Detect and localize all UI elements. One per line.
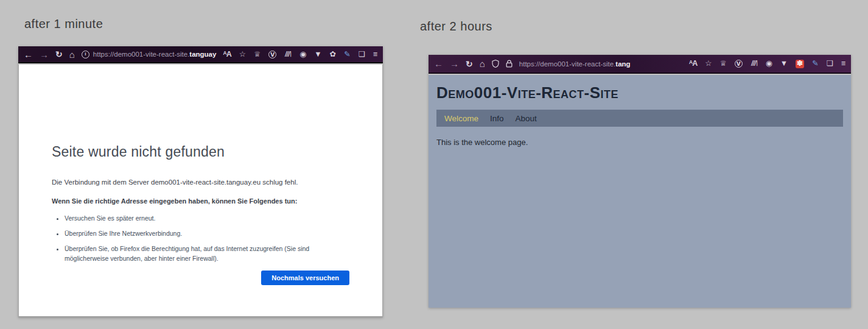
library-icon[interactable]: Ⅲ\ (284, 51, 292, 58)
nav-item-welcome[interactable]: Welcome (444, 114, 478, 123)
toolbar-actions: ᴬA ☆ ♕ v Ⅲ\ ◉ ▼ ✿ ✎ ❏ ≡ (223, 51, 377, 58)
retry-button[interactable]: Nochmals versuchen (261, 271, 349, 285)
site-body-text: This is the welcome page. (436, 138, 843, 147)
forward-button[interactable]: → (40, 50, 49, 59)
v-extension-icon[interactable]: ▼ (314, 51, 321, 58)
url-text: https://demo001-vite-react-site.tang (519, 60, 631, 68)
forward-button[interactable]: → (450, 59, 459, 68)
error-suggestion: Überprüfen Sie, ob Firefox die Berechtig… (65, 244, 326, 263)
error-suggestion: Überprüfen Sie Ihre Netzwerkverbindung. (65, 229, 326, 238)
error-page: Seite wurde nicht gefunden Die Verbindun… (18, 65, 383, 317)
reload-button[interactable]: ↻ (466, 60, 473, 68)
nav-item-info[interactable]: Info (490, 114, 504, 123)
save-page-icon[interactable]: ❏ (358, 51, 365, 58)
translate-icon[interactable]: ᴬA (689, 60, 697, 68)
red-extension-icon[interactable]: ✽ (796, 60, 804, 68)
error-message: Die Verbindung mit dem Server demo001-vi… (52, 179, 349, 186)
flower-extension-icon[interactable]: ✿ (330, 51, 336, 58)
translate-icon[interactable]: ᴬA (223, 51, 231, 58)
toolbar-actions: ᴬA ☆ ♕ v Ⅲ\ ◉ ▼ ✽ ✎ ❏ ≡ (689, 60, 845, 68)
site-page: Demo001-Vite-React-Site Welcome Info Abo… (429, 75, 851, 308)
lock-icon[interactable] (506, 60, 513, 68)
error-title: Seite wurde nicht gefunden (52, 144, 349, 160)
error-suggestions-list: Versuchen Sie es später erneut. Überprüf… (52, 214, 349, 263)
v-extension-icon[interactable]: ▼ (780, 60, 788, 68)
address-bar[interactable]: i https://demo001-vite-react-site.tangua… (82, 51, 217, 58)
error-subheading: Wenn Sie die richtige Adresse eingegeben… (52, 197, 349, 205)
pen-icon[interactable]: ✎ (344, 51, 350, 58)
library-icon[interactable]: Ⅲ\ (750, 60, 758, 68)
browser-toolbar: ← → ↻ ⌂ i https://demo001-vite-react-sit… (18, 46, 383, 63)
site-navbar: Welcome Info About (436, 110, 843, 127)
back-button[interactable]: ← (434, 59, 443, 68)
url-prefix: https://demo001-vite-react-site. (93, 51, 190, 58)
address-bar[interactable]: https://demo001-vite-react-site.tang (519, 60, 682, 68)
menu-icon[interactable]: ≡ (841, 60, 845, 68)
right-annotation-label: after 2 hours (420, 19, 492, 34)
account-icon[interactable]: ◉ (299, 51, 306, 58)
pocket-icon[interactable]: v (268, 51, 276, 58)
bookmark-star-icon[interactable]: ☆ (705, 60, 712, 68)
left-annotation-label: after 1 minute (24, 17, 103, 31)
reload-button[interactable]: ↻ (55, 50, 63, 58)
home-button[interactable]: ⌂ (480, 59, 485, 68)
url-text: https://demo001-vite-react-site.tanguay.… (93, 51, 217, 58)
account-icon[interactable]: ◉ (766, 60, 772, 68)
site-title: Demo001-Vite-React-Site (436, 83, 843, 102)
pocket-icon[interactable]: v (735, 60, 743, 68)
url-prefix: https://demo001-vite-react-site. (519, 60, 616, 68)
browser-toolbar: ← → ↻ ⌂ https://demo001-vite-react-site.… (429, 55, 851, 74)
extension-crown-icon[interactable]: ♕ (254, 51, 261, 58)
pen-icon[interactable]: ✎ (812, 60, 818, 68)
shield-icon[interactable] (492, 60, 499, 68)
browser-window-after-2-hours: ← → ↻ ⌂ https://demo001-vite-react-site.… (429, 55, 851, 308)
url-domain: tang (615, 60, 630, 68)
nav-item-about[interactable]: About (516, 114, 537, 123)
bookmark-star-icon[interactable]: ☆ (239, 51, 246, 58)
home-button[interactable]: ⌂ (69, 50, 75, 59)
browser-window-after-1-minute: ← → ↻ ⌂ i https://demo001-vite-react-sit… (18, 46, 383, 317)
save-page-icon[interactable]: ❏ (826, 60, 833, 68)
error-suggestion: Versuchen Sie es später erneut. (65, 214, 326, 223)
menu-icon[interactable]: ≡ (373, 51, 377, 58)
url-domain: tanguay (189, 51, 216, 58)
extension-crown-icon[interactable]: ♕ (719, 60, 726, 68)
info-icon[interactable]: i (82, 51, 89, 58)
back-button[interactable]: ← (24, 50, 33, 59)
